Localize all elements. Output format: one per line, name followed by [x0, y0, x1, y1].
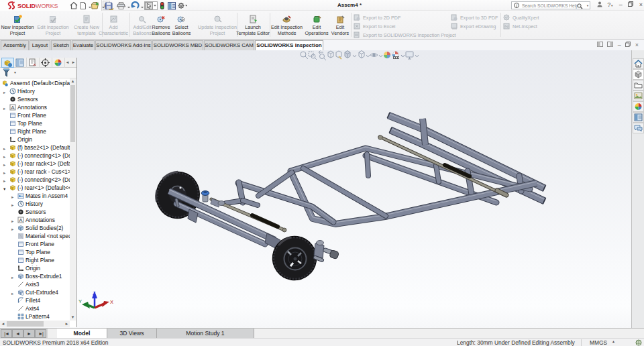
svg-text:Z: Z [93, 290, 96, 296]
svg-text:Y: Y [78, 298, 82, 304]
svg-text:A: A [11, 105, 15, 111]
svg-text:A: A [19, 217, 23, 223]
svg-text:X: X [110, 299, 113, 305]
